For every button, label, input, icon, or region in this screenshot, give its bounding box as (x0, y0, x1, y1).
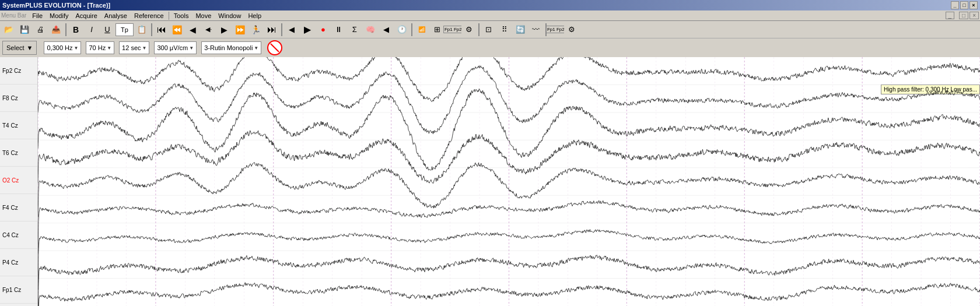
channel-label-t4cz: T4 Cz (0, 112, 37, 139)
toolbar-row-1: 📂 💾 🖨 📤 B I U Tp 📋 ⏮ ⏪ ◀ ◀· ▶ ⏩ 🏃 ⏭ ◀ ▶ … (0, 21, 980, 38)
eeg-traces: High pass filter: 0,300 Hz Low pas... (38, 57, 980, 306)
title-bar: SystemPLUS EVOLUTION - [Trace)] _ □ × (0, 0, 980, 10)
back-button[interactable]: ◀ (379, 23, 394, 37)
low-filter-dropdown[interactable]: 0,300 Hz ▼ (44, 41, 81, 54)
play-button[interactable]: ▶ (300, 23, 315, 37)
fp1fp2-btn2[interactable]: Fp1 Fp2 (548, 23, 564, 37)
wave-btn[interactable]: 〰 (528, 23, 544, 37)
close-button[interactable]: × (970, 1, 978, 9)
high-filter-value: 70 Hz (89, 44, 106, 51)
dots-btn[interactable]: ⠿ (497, 23, 512, 37)
save-button[interactable]: 💾 (17, 23, 32, 37)
low-filter-arrow: ▼ (74, 45, 79, 51)
close-doc-btn[interactable]: × (970, 12, 979, 19)
menu-modify[interactable]: Modify (46, 12, 72, 20)
channel-label-f4cz: F4 Cz (0, 194, 37, 221)
italic-button[interactable]: I (84, 23, 99, 37)
text-toolbar-group: Tp (116, 23, 134, 36)
restore-doc-btn[interactable]: □ (959, 12, 968, 19)
sep-3 (281, 23, 282, 36)
channel-label-p4cz: P4 Cz (0, 249, 37, 276)
clock-button[interactable]: 🕐 (394, 23, 410, 37)
montage-dropdown[interactable]: 3-Rutin Monopoli ▼ (201, 41, 261, 54)
high-filter-arrow: ▼ (107, 45, 111, 51)
zoom-out-button[interactable]: ◀ (284, 23, 299, 37)
nav-next-fast-button[interactable]: ⏩ (233, 23, 248, 37)
underline-button[interactable]: U (100, 23, 115, 37)
montage-arrow: ▼ (254, 45, 258, 51)
time-scale-dropdown[interactable]: 12 sec ▼ (119, 41, 149, 54)
amplitude-scale-arrow: ▼ (189, 45, 194, 51)
nav-seek-button[interactable]: ◀· (201, 23, 216, 37)
amplitude-scale-dropdown[interactable]: 300 μV/cm ▼ (154, 41, 197, 54)
record-button[interactable]: ● (316, 23, 331, 37)
menu-window[interactable]: Window (215, 12, 244, 20)
config-btn[interactable]: ⚙ (564, 23, 579, 37)
minimize-button[interactable]: _ (951, 1, 959, 9)
menu-tools[interactable]: Tools (170, 12, 192, 20)
select-label: Select (6, 44, 24, 51)
amplitude-scale-value: 300 μV/cm (157, 44, 188, 51)
select-button[interactable]: Select ▼ (2, 41, 37, 55)
signal-btn[interactable]: 📶 (414, 23, 429, 37)
nav-last-button[interactable]: 🏃 (249, 23, 264, 37)
channel-label-fp2cz: Fp2 Cz (0, 57, 37, 85)
nav-end-button[interactable]: ⏭ (264, 23, 279, 37)
app-title: SystemPLUS EVOLUTION - [Trace)] (2, 2, 110, 9)
nav-first-button[interactable]: ⏮ (154, 23, 169, 37)
cycle-btn[interactable]: 🔄 (513, 23, 528, 37)
menu-bar-label: Menu Bar (1, 12, 26, 19)
brain-button[interactable]: 🧠 (363, 23, 378, 37)
maximize-button[interactable]: □ (960, 1, 968, 9)
eeg-area: Fp2 Cz F8 Cz T4 Cz T6 Cz O2 Cz F4 Cz C4 … (0, 57, 980, 306)
export-button[interactable]: 📤 (48, 23, 64, 37)
text-label: Tp (117, 26, 132, 33)
menu-move[interactable]: Move (192, 12, 215, 20)
high-filter-dropdown[interactable]: 70 Hz ▼ (86, 41, 114, 54)
sep-2 (151, 23, 152, 36)
select-dropdown-arrow: ▼ (27, 44, 33, 51)
nav-prev-fast-button[interactable]: ⏪ (170, 23, 185, 37)
sep-1 (65, 23, 66, 36)
channel-label-o2cz: O2 Cz (0, 167, 37, 194)
menu-bar: Menu Bar File Modify Acquire Analyse Ref… (0, 10, 980, 21)
sep-5 (478, 23, 480, 36)
menu-file[interactable]: File (29, 12, 46, 20)
print-button[interactable]: 🖨 (33, 23, 48, 37)
settings-btn[interactable]: ⚙ (461, 23, 477, 37)
title-bar-controls[interactable]: _ □ × (951, 1, 978, 9)
sum-button[interactable]: Σ (347, 23, 362, 37)
bold-button[interactable]: B (68, 23, 83, 37)
menu-analyse[interactable]: Analyse (101, 12, 131, 20)
channel-label-c4cz: C4 Cz (0, 221, 37, 249)
minimize-doc-btn[interactable]: _ (946, 12, 955, 19)
channel-label-f8cz: F8 Cz (0, 85, 37, 112)
fp1fp2-btn1[interactable]: Fp1 Fp2 (446, 23, 461, 37)
toolbar-row-2: Select ▼ 0,300 Hz ▼ 70 Hz ▼ 12 sec ▼ 300… (0, 38, 980, 57)
page-btn[interactable]: 📋 (134, 23, 149, 37)
open-button[interactable]: 📂 (1, 23, 16, 37)
nav-prev-button[interactable]: ◀ (186, 23, 201, 37)
table-btn[interactable]: ⊡ (481, 23, 496, 37)
menu-acquire[interactable]: Acquire (72, 12, 101, 20)
eeg-canvas (38, 57, 980, 306)
time-scale-value: 12 sec (122, 44, 141, 51)
time-scale-arrow: ▼ (142, 45, 147, 51)
grid-btn[interactable]: ⊞ (430, 23, 445, 37)
menu-help[interactable]: Help (244, 12, 265, 20)
channel-labels: Fp2 Cz F8 Cz T4 Cz T6 Cz O2 Cz F4 Cz C4 … (0, 57, 38, 306)
nav-next-button[interactable]: ▶ (217, 23, 232, 37)
menu-separator-1 (169, 12, 169, 20)
sep-4 (411, 23, 412, 36)
low-filter-value: 0,300 Hz (47, 44, 72, 51)
montage-value: 3-Rutin Monopoli (204, 44, 253, 51)
menu-reference[interactable]: Reference (131, 12, 167, 20)
channel-label-fp1cz: Fp1 Cz (0, 276, 37, 304)
channel-label-t6cz: T6 Cz (0, 139, 37, 167)
pause-button[interactable]: ⏸ (331, 23, 346, 37)
no-signal-icon (267, 40, 282, 55)
